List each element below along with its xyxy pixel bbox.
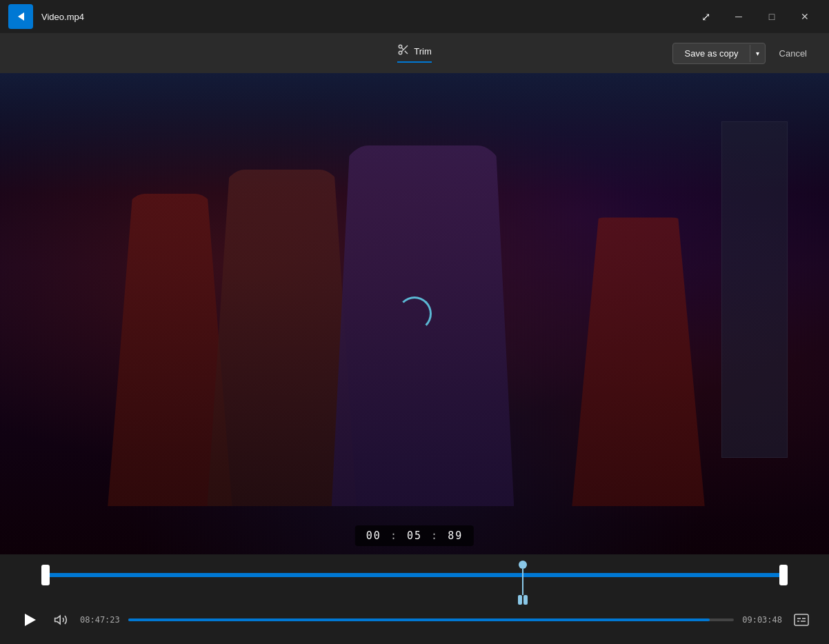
volume-button[interactable] — [50, 609, 72, 631]
toolbar: Trim Save as copy ▾ Cancel — [0, 33, 829, 73]
scene-panel — [721, 121, 788, 459]
captions-icon — [794, 614, 809, 626]
character-2 — [208, 170, 357, 507]
svg-point-1 — [399, 51, 402, 54]
maximize-button[interactable]: □ — [756, 4, 788, 29]
timecode-sep1: : — [383, 530, 406, 542]
trim-active-indicator — [397, 61, 432, 63]
playhead[interactable] — [518, 561, 528, 605]
timecode-seconds: 89 — [448, 530, 463, 542]
svg-marker-5 — [55, 616, 61, 624]
back-button[interactable] — [8, 4, 33, 29]
close-button[interactable]: ✕ — [789, 4, 821, 29]
fullscreen-icon: ⤢ — [701, 10, 710, 23]
controls-bar: 08:47:23 09:03:48 — [0, 554, 829, 644]
close-icon: ✕ — [801, 11, 809, 22]
timeline-selected-range — [46, 573, 783, 577]
progress-filled — [128, 618, 710, 621]
window-title: Video.mp4 — [41, 12, 84, 22]
minimize-button[interactable]: ─ — [723, 4, 755, 29]
trim-icon — [397, 43, 410, 59]
svg-rect-6 — [795, 614, 808, 625]
play-icon — [25, 614, 36, 626]
maximize-icon: □ — [769, 11, 775, 22]
timecode-hours: 00 — [366, 530, 381, 542]
save-copy-dropdown-button[interactable]: ▾ — [750, 45, 765, 62]
svg-point-0 — [399, 45, 402, 48]
captions-button[interactable] — [790, 609, 812, 631]
playhead-handle-right — [523, 595, 528, 605]
timecode-display: 00 : 05 : 89 — [355, 525, 474, 546]
trim-timeline[interactable] — [11, 554, 818, 596]
timecode-sep2: : — [423, 530, 446, 542]
playback-controls: 08:47:23 09:03:48 — [11, 596, 818, 644]
save-copy-main-button[interactable]: Save as copy — [673, 43, 749, 63]
timecode-minutes: 05 — [407, 530, 422, 542]
timeline-track[interactable] — [46, 573, 783, 577]
spinner-arc — [397, 296, 432, 331]
svg-line-4 — [401, 48, 403, 50]
playhead-handles — [518, 595, 528, 605]
svg-line-3 — [405, 51, 408, 54]
save-as-copy-button[interactable]: Save as copy ▾ — [672, 43, 765, 64]
window-controls: ⤢ ─ □ ✕ — [690, 4, 821, 29]
play-button[interactable] — [17, 607, 41, 632]
back-arrow-icon — [18, 12, 24, 21]
progress-bar[interactable] — [128, 618, 734, 621]
trim-handle-left[interactable] — [41, 565, 50, 585]
trim-tool-label: Trim — [397, 43, 432, 63]
time-elapsed: 08:47:23 — [80, 615, 120, 625]
volume-icon — [54, 613, 68, 627]
minimize-icon: ─ — [735, 11, 742, 22]
fullscreen-button[interactable]: ⤢ — [690, 4, 721, 29]
titlebar: Video.mp4 ⤢ ─ □ ✕ — [0, 0, 829, 33]
playhead-circle — [519, 561, 527, 569]
video-player[interactable]: 00 : 05 : 89 — [0, 73, 829, 554]
playhead-handle-left — [518, 595, 522, 605]
trim-label: Trim — [414, 46, 432, 57]
toolbar-actions: Save as copy ▾ Cancel — [672, 43, 815, 64]
trim-handle-right[interactable] — [779, 565, 788, 585]
time-total: 09:03:48 — [742, 615, 782, 625]
cancel-button[interactable]: Cancel — [771, 43, 815, 63]
loading-spinner — [397, 296, 432, 331]
playhead-line — [522, 569, 523, 595]
chevron-down-icon: ▾ — [756, 50, 759, 57]
